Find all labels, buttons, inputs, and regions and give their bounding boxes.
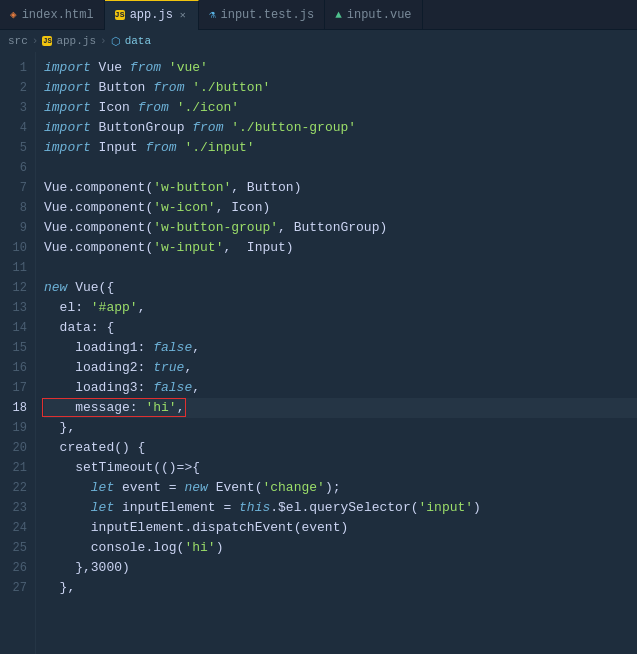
code-line: Vue.component('w-button-group', ButtonGr…: [44, 218, 637, 238]
code-line: import ButtonGroup from './button-group': [44, 118, 637, 138]
breadcrumb-data: data: [125, 35, 151, 47]
test-icon: ⚗: [209, 8, 216, 21]
close-icon[interactable]: ✕: [178, 8, 188, 22]
code-line: loading3: false,: [44, 378, 637, 398]
line-numbers: 1234567891011121314151617181920212223242…: [0, 52, 36, 654]
code-line: [44, 158, 637, 178]
code-line: console.log('hi'): [44, 538, 637, 558]
tab-input-test-js[interactable]: ⚗ input.test.js: [199, 0, 325, 30]
breadcrumb-fn: ⬡: [111, 35, 121, 48]
code-line: },3000): [44, 558, 637, 578]
code-line: data: {: [44, 318, 637, 338]
breadcrumb-file: app.js: [56, 35, 96, 47]
code-line: new Vue({: [44, 278, 637, 298]
code-line: message: 'hi',: [44, 398, 637, 418]
code-line: let event = new Event('change');: [44, 478, 637, 498]
editor-window: ◈ index.html JS app.js ✕ ⚗ input.test.js…: [0, 0, 637, 654]
code-line: el: '#app',: [44, 298, 637, 318]
vue-icon: ▲: [335, 9, 342, 21]
breadcrumb-src: src: [8, 35, 28, 47]
code-line: loading2: true,: [44, 358, 637, 378]
code-line: Vue.component('w-input', Input): [44, 238, 637, 258]
tab-app-js[interactable]: JS app.js ✕: [105, 0, 199, 30]
tab-input-vue[interactable]: ▲ input.vue: [325, 0, 422, 30]
tab-label: app.js: [130, 8, 173, 22]
code-line: import Icon from './icon': [44, 98, 637, 118]
tab-index-html[interactable]: ◈ index.html: [0, 0, 105, 30]
tab-label: input.vue: [347, 8, 412, 22]
breadcrumb: src › JS app.js › ⬡ data: [0, 30, 637, 52]
code-line: let inputElement = this.$el.querySelecto…: [44, 498, 637, 518]
html-icon: ◈: [10, 8, 17, 21]
editor-area: 1234567891011121314151617181920212223242…: [0, 52, 637, 654]
code-line: created() {: [44, 438, 637, 458]
code-line: import Input from './input': [44, 138, 637, 158]
code-line: },: [44, 578, 637, 598]
tab-label: input.test.js: [221, 8, 315, 22]
code-line: [44, 258, 637, 278]
code-line: import Vue from 'vue': [44, 58, 637, 78]
code-line: },: [44, 418, 637, 438]
code-line: inputElement.dispatchEvent(event): [44, 518, 637, 538]
tab-bar: ◈ index.html JS app.js ✕ ⚗ input.test.js…: [0, 0, 637, 30]
tab-label: index.html: [22, 8, 94, 22]
code-line: setTimeout(()=>{: [44, 458, 637, 478]
code-line: Vue.component('w-button', Button): [44, 178, 637, 198]
js-icon: JS: [115, 10, 125, 20]
breadcrumb-js-icon: JS: [42, 36, 52, 46]
code-content[interactable]: import Vue from 'vue'import Button from …: [36, 52, 637, 654]
code-line: import Button from './button': [44, 78, 637, 98]
code-line: Vue.component('w-icon', Icon): [44, 198, 637, 218]
code-line: loading1: false,: [44, 338, 637, 358]
